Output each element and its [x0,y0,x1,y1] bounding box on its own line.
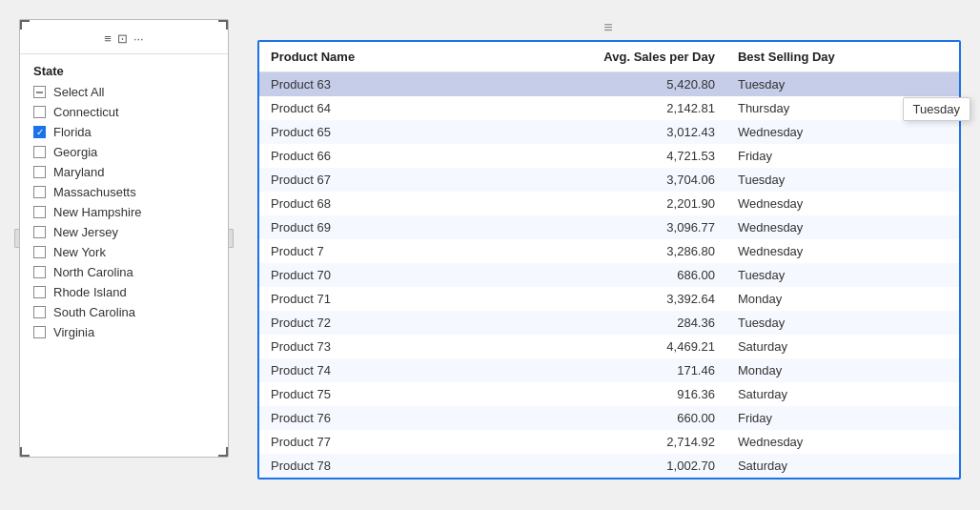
cell-product-name: Product 69 [259,215,466,239]
checkbox-select-all[interactable] [33,86,46,98]
drag-handle-icon: ≡ [603,19,614,36]
table-row[interactable]: Product 70686.00Tuesday [259,263,959,287]
filter-item-florida[interactable]: Florida [20,122,228,142]
filter-item-massachusetts[interactable]: Massachusetts [20,182,228,202]
filter-label-new-jersey: New Jersey [53,225,118,239]
filter-item-maryland[interactable]: Maryland [20,162,228,182]
checkbox-georgia[interactable] [33,146,46,158]
filter-label-massachusetts: Massachusetts [53,185,136,199]
table-row[interactable]: Product 713,392.64Monday [259,287,959,311]
cell-product-name: Product 70 [259,263,466,287]
checkbox-rhode-island[interactable] [33,286,46,298]
cell-product-name: Product 66 [259,144,466,168]
table-row[interactable]: Product 635,420.80Tuesday [259,72,959,97]
cell-best-day: Wednesday [726,192,959,215]
table-container: Product Name Avg. Sales per Day Best Sel… [257,40,961,479]
filter-item-north-carolina[interactable]: North Carolina [20,262,228,282]
cell-product-name: Product 72 [259,311,466,335]
cell-product-name: Product 77 [259,430,466,454]
cell-best-day: Saturday [726,335,959,358]
cell-avg-sales: 3,012.43 [466,120,726,144]
checkbox-north-carolina[interactable] [33,266,46,278]
cell-best-day: Friday [726,406,959,430]
cell-avg-sales: 4,721.53 [466,144,726,168]
filter-items-container: Select AllConnecticutFloridaGeorgiaMaryl… [20,82,228,342]
cell-avg-sales: 3,096.77 [466,215,726,239]
filter-label-north-carolina: North Carolina [53,265,133,279]
filter-item-connecticut[interactable]: Connecticut [20,102,228,122]
resize-icon[interactable]: ⊡ [117,31,128,46]
checkbox-virginia[interactable] [33,326,46,338]
filter-item-new-jersey[interactable]: New Jersey [20,222,228,242]
cell-product-name: Product 71 [259,287,466,311]
menu-icon[interactable]: ≡ [104,31,112,46]
cell-avg-sales: 2,714.92 [466,430,726,454]
filter-item-georgia[interactable]: Georgia [20,142,228,162]
cell-best-day: Wednesday [726,215,959,239]
table-row[interactable]: Product 781,002.70Saturday [259,454,959,478]
tooltip: Tuesday [903,97,970,121]
table-row[interactable]: Product 673,704.06Tuesday [259,168,959,192]
cell-product-name: Product 73 [259,335,466,358]
checkbox-south-carolina[interactable] [33,306,46,318]
cell-avg-sales: 660.00 [466,406,726,430]
cell-avg-sales: 171.46 [466,358,726,382]
drag-handle[interactable]: ≡ [257,19,961,40]
cell-avg-sales: 916.36 [466,382,726,406]
table-row[interactable]: Product 693,096.77Wednesday [259,215,959,239]
filter-item-south-carolina[interactable]: South Carolina [20,302,228,322]
cell-avg-sales: 686.00 [466,263,726,287]
table-row[interactable]: Product 73,286.80Wednesday [259,239,959,263]
table-body: Product 635,420.80TuesdayProduct 642,142… [259,72,959,479]
handle-right[interactable] [228,229,234,248]
filter-panel-header: ≡ ⊡ ··· [20,28,228,54]
cell-product-name: Product 74 [259,358,466,382]
table-panel: ≡ Product Name Avg. Sales per Day Best S… [257,19,961,479]
filter-label-new-york: New York [53,245,106,259]
filter-item-new-hampshire[interactable]: New Hampshire [20,202,228,222]
corner-tr [218,20,228,30]
filter-label-virginia: Virginia [53,325,94,339]
checkbox-new-hampshire[interactable] [33,206,46,218]
checkbox-new-york[interactable] [33,246,46,258]
corner-br [218,447,228,457]
more-icon[interactable]: ··· [133,31,144,46]
table-row[interactable]: Product 72284.36Tuesday [259,311,959,335]
table-row[interactable]: Product 734,469.21Saturday [259,335,959,358]
col-avg-sales: Avg. Sales per Day [466,42,726,72]
cell-product-name: Product 7 [259,239,466,263]
cell-product-name: Product 78 [259,454,466,478]
checkbox-maryland[interactable] [33,166,46,178]
filter-label-south-carolina: South Carolina [53,305,135,319]
cell-avg-sales: 1,002.70 [466,454,726,478]
checkbox-connecticut[interactable] [33,106,46,118]
col-product-name: Product Name [259,42,466,72]
cell-avg-sales: 3,286.80 [466,239,726,263]
table-row[interactable]: Product 653,012.43Wednesday [259,120,959,144]
filter-title: State [20,58,228,82]
corner-bl [20,447,30,457]
filter-item-rhode-island[interactable]: Rhode Island [20,282,228,302]
checkbox-florida[interactable] [33,126,46,138]
cell-product-name: Product 75 [259,382,466,406]
cell-best-day: Friday [726,144,959,168]
cell-best-day: Tuesday [726,263,959,287]
table-row[interactable]: Product 76660.00Friday [259,406,959,430]
filter-item-virginia[interactable]: Virginia [20,322,228,342]
table-row[interactable]: Product 74171.46Monday [259,358,959,382]
cell-best-day: Tuesday [726,311,959,335]
cell-avg-sales: 2,142.81 [466,96,726,120]
cell-avg-sales: 3,392.64 [466,287,726,311]
table-row[interactable]: Product 772,714.92Wednesday [259,430,959,454]
cell-best-day: Wednesday [726,120,959,144]
table-row[interactable]: Product 664,721.53Friday [259,144,959,168]
filter-item-select-all[interactable]: Select All [20,82,228,102]
checkbox-new-jersey[interactable] [33,226,46,238]
table-row[interactable]: Product 682,201.90Wednesday [259,192,959,215]
table-row[interactable]: Product 642,142.81Thursday [259,96,959,120]
filter-item-new-york[interactable]: New York [20,242,228,262]
checkbox-massachusetts[interactable] [33,186,46,198]
cell-best-day: Saturday [726,454,959,478]
handle-left[interactable] [14,229,20,248]
table-row[interactable]: Product 75916.36Saturday [259,382,959,406]
